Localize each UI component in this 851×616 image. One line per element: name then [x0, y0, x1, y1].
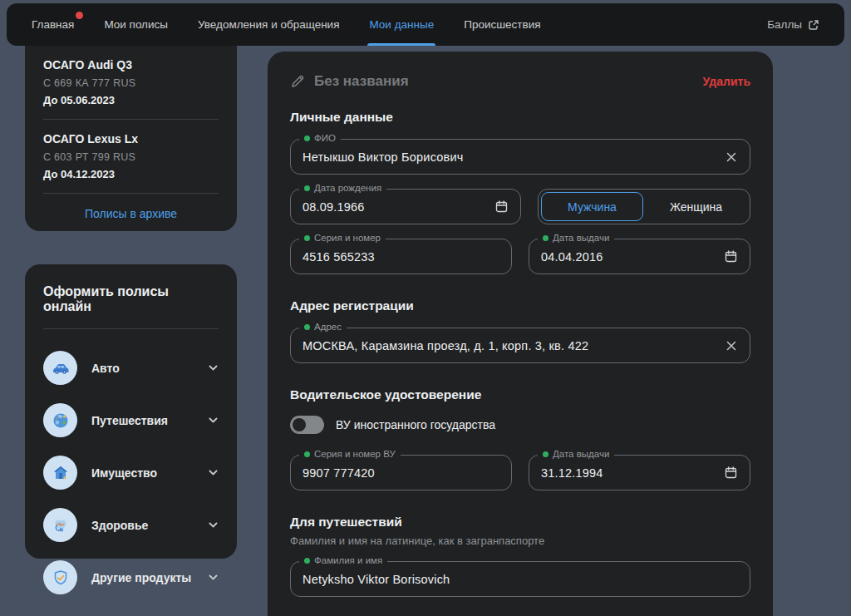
product-item-health[interactable]: Здоровье: [43, 499, 219, 551]
section-personal-data: Личные данные: [290, 110, 750, 125]
section-drivers-license: Водительское удостоверение: [290, 387, 750, 402]
clear-icon[interactable]: [725, 339, 738, 352]
gender-male-button[interactable]: Мужчина: [541, 192, 643, 221]
nav-item-incidents[interactable]: Происшествия: [464, 3, 540, 46]
address-field-label: Адрес: [299, 322, 347, 332]
policy-item[interactable]: ОСАГО Audi Q3 С 669 КА 777 RUS До 05.06.…: [43, 58, 219, 106]
product-label: Имущество: [91, 466, 157, 480]
house-icon: [43, 456, 77, 490]
nav-item-home-label: Главная: [32, 18, 74, 31]
foreign-license-toggle[interactable]: [290, 416, 324, 434]
passport-issue-date-value: 04.04.2016: [541, 250, 603, 264]
chevron-down-icon[interactable]: [208, 362, 219, 373]
policies-card: ОСАГО Audi Q3 С 669 КА 777 RUS До 05.06.…: [25, 30, 237, 231]
valid-dot-icon: [304, 235, 310, 241]
gender-segmented-control: Мужчина Женщина: [538, 189, 750, 224]
valid-dot-icon: [304, 558, 310, 564]
product-label: Здоровье: [91, 519, 148, 532]
edit-pencil-icon[interactable]: [290, 74, 305, 89]
license-number-label: Серия и номер ВУ: [299, 449, 401, 459]
product-item-auto[interactable]: Авто: [43, 342, 219, 394]
latin-name-label: Фамилия и имя: [299, 555, 387, 565]
toggle-knob: [293, 418, 306, 431]
chevron-down-icon[interactable]: [208, 572, 219, 583]
chevron-down-icon[interactable]: [208, 415, 219, 426]
foreign-license-toggle-label: ВУ иностранного государства: [336, 418, 495, 431]
birth-date-value: 08.09.1966: [303, 200, 365, 214]
product-item-travel[interactable]: Путешествия: [43, 394, 219, 446]
valid-dot-icon: [304, 185, 310, 191]
birth-date-field-label: Дата рождения: [299, 183, 386, 193]
chevron-down-icon[interactable]: [208, 467, 219, 478]
calendar-icon[interactable]: [724, 249, 738, 264]
license-number-field[interactable]: Серия и номер ВУ 9907 777420: [290, 455, 512, 490]
points-label: Баллы: [767, 18, 802, 31]
valid-dot-icon: [543, 235, 548, 241]
points-link[interactable]: Баллы: [767, 3, 819, 46]
divider: [43, 193, 219, 194]
policy-title: ОСАГО Lexus Lx: [43, 132, 219, 145]
nav-item-my-data[interactable]: Мои данные: [369, 3, 434, 46]
car-icon: [43, 351, 77, 385]
foreign-license-toggle-row: ВУ иностранного государства: [290, 416, 750, 434]
birth-date-field[interactable]: Дата рождения 08.09.1966: [290, 189, 521, 224]
notification-dot: [76, 12, 83, 19]
section-travel: Для путешествий: [290, 515, 750, 530]
product-item-property[interactable]: Имущество: [43, 446, 219, 499]
nav-item-policies-label: Мои полисы: [104, 18, 168, 31]
top-nav: Главная Мои полисы Уведомления и обращен…: [7, 3, 844, 46]
calendar-icon[interactable]: [724, 466, 738, 480]
policy-valid-until: До 05.06.2023: [43, 94, 219, 106]
profile-panel: Без названия Удалить Личные данные ФИО Н…: [268, 52, 773, 616]
valid-dot-icon: [304, 324, 310, 330]
products-card-title: Оформить полисы онлайн: [43, 281, 219, 316]
profile-header: Без названия Удалить: [290, 73, 750, 90]
fio-field-label: ФИО: [299, 133, 341, 143]
product-label: Другие продукты: [91, 571, 191, 584]
passport-issue-date-label: Дата выдачи: [538, 233, 614, 243]
chevron-down-icon[interactable]: [208, 520, 219, 530]
divider: [43, 328, 219, 329]
divider: [43, 119, 219, 120]
product-item-other[interactable]: Другие продукты: [43, 551, 219, 604]
license-issue-date-field[interactable]: Дата выдачи 31.12.1994: [529, 455, 750, 490]
products-card: Оформить полисы онлайн Авто: [25, 264, 237, 559]
globe-icon: [43, 403, 77, 437]
clear-icon[interactable]: [725, 150, 738, 164]
nav-item-notifications[interactable]: Уведомления и обращения: [198, 3, 339, 46]
profile-title[interactable]: Без названия: [314, 73, 409, 90]
valid-dot-icon: [304, 451, 310, 457]
calendar-icon[interactable]: [494, 200, 509, 214]
latin-name-value: Netyksho Viktor Borisovich: [303, 573, 450, 586]
product-label: Путешествия: [91, 414, 168, 427]
latin-name-field[interactable]: Фамилия и имя Netyksho Viktor Borisovich: [290, 561, 750, 597]
section-address: Адрес регистрации: [290, 298, 750, 313]
delete-profile-button[interactable]: Удалить: [703, 75, 750, 88]
valid-dot-icon: [304, 136, 310, 141]
fio-field-value: Нетыкшо Виктор Борисович: [303, 150, 463, 164]
policy-plate: С 603 РТ 799 RUS: [43, 151, 219, 163]
nav-item-home[interactable]: Главная: [32, 3, 74, 46]
fio-field[interactable]: ФИО Нетыкшо Виктор Борисович: [290, 139, 750, 175]
policy-item[interactable]: ОСАГО Lexus Lx С 603 РТ 799 RUS До 04.12…: [43, 132, 219, 180]
policy-valid-until: До 04.12.2023: [43, 168, 219, 180]
active-tab-underline: [367, 43, 435, 46]
health-icon: [43, 508, 77, 542]
license-number-value: 9907 777420: [303, 466, 375, 480]
archived-policies-link[interactable]: Полисы в архиве: [43, 207, 219, 220]
shield-icon: [43, 560, 77, 594]
external-link-icon: [808, 19, 819, 31]
nav-item-notifications-label: Уведомления и обращения: [198, 18, 339, 31]
passport-issue-date-field[interactable]: Дата выдачи 04.04.2016: [529, 239, 750, 274]
nav-item-policies[interactable]: Мои полисы: [104, 3, 168, 46]
product-label: Авто: [91, 362, 120, 375]
valid-dot-icon: [543, 451, 548, 457]
passport-number-value: 4516 565233: [303, 250, 375, 264]
nav-item-incidents-label: Происшествия: [464, 18, 540, 31]
passport-number-field[interactable]: Серия и номер 4516 565233: [290, 239, 512, 274]
nav-item-my-data-label: Мои данные: [369, 18, 434, 31]
travel-subtitle: Фамилия и имя на латинице, как в загранп…: [290, 535, 750, 547]
address-field[interactable]: Адрес МОСКВА, Карамзина проезд, д. 1, ко…: [290, 328, 750, 363]
gender-female-button[interactable]: Женщина: [645, 192, 747, 221]
passport-number-label: Серия и номер: [299, 233, 386, 243]
